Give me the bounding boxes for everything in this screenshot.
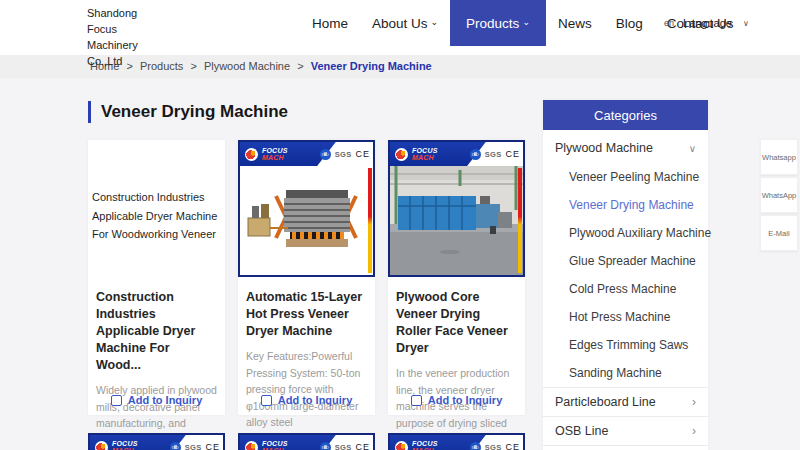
focus-mach-logo-icon [95,441,108,450]
sidebar-item-plywood-auxiliary-machine[interactable]: Plywood Auxiliary Machine [543,219,708,247]
hot-press-machine-photo [240,166,373,275]
whatsapp-button[interactable]: Whatsapp [760,139,798,175]
add-to-inquiry[interactable]: Add to Inquiry [238,394,375,406]
inquiry-label[interactable]: Add to Inquiry [428,394,503,406]
language-code[interactable]: en [664,18,674,28]
ce-badge: CE [505,442,520,450]
sidebar-item-hot-press-machine[interactable]: Hot Press Machine [543,303,708,331]
nav-about-us[interactable]: About Us⌄ [360,0,450,46]
brand-banner: FOCUSMACH ISO SGS CE [390,435,523,450]
chevron-right-icon: › [692,417,696,446]
inquiry-label[interactable]: Add to Inquiry [278,394,353,406]
iso-badge-icon: ISO [320,442,331,450]
focus-mach-logo-icon [395,148,408,161]
product-image-alt-text: Construction Industries Applicable Dryer… [88,140,225,244]
sgs-badge: SGS [185,443,202,450]
add-to-inquiry[interactable]: Add to Inquiry [88,394,225,406]
iso-badge-icon: ISO [170,442,181,450]
ce-badge: CE [205,442,220,450]
whatsapp-button-2[interactable]: WhatsApp [760,177,798,213]
inquiry-checkbox[interactable] [261,395,272,406]
red-yellow-stripe [368,168,372,273]
product-image-broken[interactable]: Construction Industries Applicable Dryer… [88,140,225,277]
sidebar-item-sanding-machine[interactable]: Sanding Machine [543,359,708,387]
product-card-partial[interactable]: FOCUSMACH ISO SGS CE [238,433,375,450]
product-title[interactable]: Plywood Core Veneer Drying Roller Face V… [396,289,517,357]
focus-mach-logo-icon [245,441,258,450]
product-card-partial[interactable]: FOCUSMACH ISO SGS CE [88,433,225,450]
brand-banner: FOCUS MACH ISO SGS CE [390,142,523,166]
inquiry-label[interactable]: Add to Inquiry [128,394,203,406]
chevron-down-icon: ⌄ [522,17,530,27]
ce-badge: CE [355,442,370,450]
categories-header: Categories [543,100,708,130]
sgs-badge: SGS [335,150,352,159]
sidebar-item-plywood-machine[interactable]: Plywood Machine ∨ [543,134,708,163]
sidebar-item-particleboard-line[interactable]: Particleboard Line › [543,387,708,416]
page-title: Veneer Drying Machine [88,101,288,123]
product-card-partial[interactable]: FOCUSMACH ISO SGS CE [388,433,525,450]
product-card[interactable]: FOCUS MACH ISO SGS CE [388,140,525,415]
product-image-frame: FOCUS MACH ISO SGS CE [238,140,375,277]
add-to-inquiry[interactable]: Add to Inquiry [388,394,525,406]
chevron-right-icon: › [692,388,696,417]
focus-mach-logo-icon [245,148,258,161]
sgs-badge: SGS [485,443,502,450]
company-logo-text[interactable]: Shandong Focus Machinery Co.,Ltd [87,5,157,69]
sidebar-item-veneer-peeling-machine[interactable]: Veneer Peeling Machine [543,163,708,191]
page: Shandong Focus Machinery Co.,Ltd [3{J$)K… [0,0,800,450]
certification-badges: ISO SGS CE [470,435,520,450]
sidebar-item-glue-spreader-machine[interactable]: Glue Spreader Machine [543,247,708,275]
nav-products[interactable]: Products⌄ [450,0,546,46]
certification-badges: ISO SGS CE [320,142,370,166]
language-switcher[interactable]: en Language ∨ [664,0,749,46]
nav-home[interactable]: Home [300,0,360,46]
chevron-down-icon: ⌄ [431,17,439,27]
product-card[interactable]: Construction Industries Applicable Dryer… [88,140,225,415]
brand-banner: FOCUSMACH ISO SGS CE [240,435,373,450]
certification-badges: ISO SGS CE [170,435,220,450]
categories-sidebar: Categories Plywood Machine ∨ Veneer Peel… [543,100,708,450]
certification-badges: ISO SGS CE [320,435,370,450]
email-button[interactable]: E-Mail [760,215,798,251]
product-title[interactable]: Automatic 15-Layer Hot Press Veneer Drye… [246,289,367,340]
iso-badge-icon: ISO [320,149,331,160]
chevron-down-icon: ∨ [689,134,696,163]
certification-badges: ISO SGS CE [470,142,520,166]
nav-blog[interactable]: Blog [604,0,655,46]
product-card[interactable]: FOCUS MACH ISO SGS CE [238,140,375,415]
product-title[interactable]: Construction Industries Applicable Dryer… [96,289,217,374]
product-image-frame: FOCUS MACH ISO SGS CE [388,140,525,277]
nav-news[interactable]: News [546,0,604,46]
iso-badge-icon: ISO [470,442,481,450]
sidebar-item-veneer-drying-machine[interactable]: Veneer Drying Machine [543,191,708,219]
sgs-badge: SGS [485,150,502,159]
inquiry-checkbox[interactable] [111,395,122,406]
focus-mach-logo-icon [395,441,408,450]
sidebar-item-osb-line[interactable]: OSB Line › [543,416,708,445]
breadcrumb-separator: > [297,60,303,72]
sgs-badge: SGS [335,443,352,450]
contact-floaters: Whatsapp WhatsApp E-Mail [760,139,798,253]
breadcrumb-plywood-machine[interactable]: Plywood Machine [204,60,290,72]
language-label[interactable]: Language [683,17,732,29]
roller-dryer-machine-photo [390,166,523,275]
product-image[interactable]: FOCUS MACH ISO SGS CE [388,140,525,277]
red-yellow-stripe [518,168,522,273]
brand-banner: FOCUS MACH ISO SGS CE [240,142,373,166]
product-image[interactable]: FOCUS MACH ISO SGS CE [238,140,375,277]
sidebar-item-edges-trimming-saws[interactable]: Edges Trimming Saws [543,331,708,359]
product-description: Key Features:Powerful Pressing System: 5… [246,348,367,431]
brand-banner: FOCUSMACH ISO SGS CE [90,435,223,450]
breadcrumb-current: Veneer Drying Machine [311,60,432,72]
ce-badge: CE [355,149,370,159]
iso-badge-icon: ISO [470,149,481,160]
breadcrumb-separator: > [190,60,196,72]
ce-badge: CE [505,149,520,159]
chevron-down-icon: ∨ [743,19,749,28]
sidebar-item-cold-press-machine[interactable]: Cold Press Machine [543,275,708,303]
inquiry-checkbox[interactable] [411,395,422,406]
